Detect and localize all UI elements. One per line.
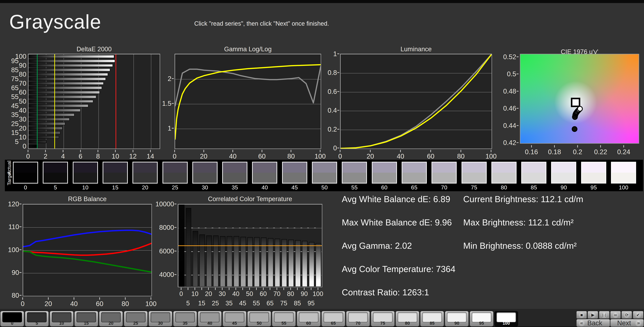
stimulus-patch-label: 10 [50,321,73,326]
deltae-y-tick [28,148,28,149]
swatch-actual-color [14,162,38,173]
page-title: Grayscale [9,10,101,33]
stat-row: Avg White Balance dE: 6.89Current Bright… [342,193,644,216]
luminance-x-tick [340,150,340,152]
stimulus-patch-button-20[interactable]: 20 [99,311,123,327]
cct-x-tick [249,288,250,290]
stimulus-patch-button-45[interactable]: 45 [223,311,246,327]
swatch-target-color [163,173,187,183]
stimulus-patch-button-60[interactable]: 60 [297,311,320,327]
cct-x-tick [236,288,236,290]
cct-x-tick-label-row2: 55 [253,300,260,307]
deltae-y-tick [28,90,28,90]
cct-bar [186,208,191,287]
grayscale-swatch [162,162,188,184]
refresh-button[interactable]: ⟳ [622,311,632,319]
stimulus-patch-button-70[interactable]: 70 [346,311,370,327]
stimulus-patch-button-40[interactable]: 40 [198,311,222,327]
stimulus-patch-button-15[interactable]: 15 [74,311,98,327]
stat-row: Avg Gamma: 2.02Min Brightness: 0.0888 cd… [342,239,644,263]
stimulus-patch-button-55[interactable]: 55 [272,311,296,327]
stimulus-patch-button-5[interactable]: 5 [25,311,49,327]
cct-x-tick [229,288,230,290]
cct-minor-tick [273,275,275,275]
grayscale-swatch [132,162,158,184]
deltae-y-axis: 1009590858075706560555045403530252015105… [0,54,27,149]
stimulus-patch-button-85[interactable]: 85 [420,311,444,327]
swatch-actual-color [223,162,247,173]
cie-y-tick [516,108,518,109]
cct-minor-tick [232,275,234,275]
stimulus-patch-button-65[interactable]: 65 [322,311,345,327]
luminance-x-tick-label: 40 [397,153,404,160]
cct-minor-tick [212,228,213,228]
cct-minor-tick [307,228,309,228]
cct-minor-tick [205,228,206,228]
swatch-target-color [44,173,67,183]
cct-minor-tick [314,251,316,252]
rgb-y-tick-label: 80 [12,292,19,299]
stimulus-patch-button-90[interactable]: 90 [445,311,468,327]
cct-minor-tick [218,228,220,228]
stimulus-patch-label: 25 [124,321,148,326]
cct-x-tick [304,288,304,290]
stimulus-patch-button-10[interactable]: 10 [50,311,74,327]
next-chevron-icon: » [635,320,642,326]
stimulus-patch-button-75[interactable]: 75 [371,311,394,327]
next-button[interactable]: Next » [610,319,644,327]
cct-bar [206,236,212,287]
stimulus-patch-label: 60 [297,321,320,326]
deltae-y-tick [28,63,28,64]
cct-minor-tick [252,275,254,275]
grayscale-swatch [73,162,98,184]
swatch-actual-color [103,162,127,173]
luminance-y-tick [337,129,339,130]
cct-y-tick-label: 10000 [156,200,174,208]
luminance-y-tick-label: 0.2 [328,125,337,133]
marker-button[interactable]: [··] [599,311,610,319]
stimulus-patch-button-0[interactable]: 0 [0,311,24,327]
cct-x-tick-label-row1: 60 [260,290,267,298]
luminance-x-tick [460,150,461,152]
stat-value-left: Avg Color Temperature: 7364 [342,264,455,274]
stimulus-patch-label: 85 [420,321,444,326]
cct-x-tick [181,288,182,290]
cct-minor-tick [232,228,234,228]
luminance-y-tick [337,148,339,148]
cct-minor-tick [232,251,234,252]
cct-minor-tick [191,251,193,252]
cie-y-tick-label: 0.52 [503,53,516,60]
stimulus-patch-button-25[interactable]: 25 [124,311,148,327]
stimulus-patch-button-100[interactable]: 100 [494,311,518,327]
stimulus-patch-label: 65 [322,321,345,326]
deltae-x-tick [98,150,98,152]
gamma-chart [174,54,321,149]
instruction-text: Click "read series", then click "Next" o… [190,20,334,27]
cie-x-tick [623,145,624,147]
cct-minor-tick [252,228,254,228]
deltae-y-tick-label: 70 [19,79,26,87]
cct-minor-tick [260,251,261,252]
cie-y-tick-label: 0.48 [503,87,516,95]
play-button[interactable]: ▶ [588,311,598,319]
cct-minor-tick [314,228,316,228]
deltae-y-tick-label: 45 [11,102,19,109]
confirm-button[interactable]: ✔ [633,311,643,319]
cct-x-tick-label-row1: 20 [205,290,212,298]
stop-button[interactable]: ■ [576,311,587,319]
loop-button[interactable]: ∞ [610,311,621,319]
stimulus-patch-button-35[interactable]: 35 [173,311,197,327]
stimulus-patch-button-80[interactable]: 80 [396,311,419,327]
grayscale-swatch [611,162,636,184]
stimulus-patch-button-30[interactable]: 30 [148,311,172,327]
cct-x-tick-label-row1: 50 [246,290,253,298]
gamma-y-tick-label: 1 [168,124,172,132]
stimulus-patch-label: 40 [198,321,221,326]
swatch-target-color [342,173,366,183]
stimulus-patch-button-50[interactable]: 50 [247,311,271,327]
stimulus-patch-button-95[interactable]: 95 [470,311,494,327]
cie-y-axis: 0.520.50.480.460.440.42 [498,54,518,144]
grayscale-swatch [43,162,68,184]
back-button-label: Back [587,319,602,327]
back-button[interactable]: « Back [576,319,610,327]
